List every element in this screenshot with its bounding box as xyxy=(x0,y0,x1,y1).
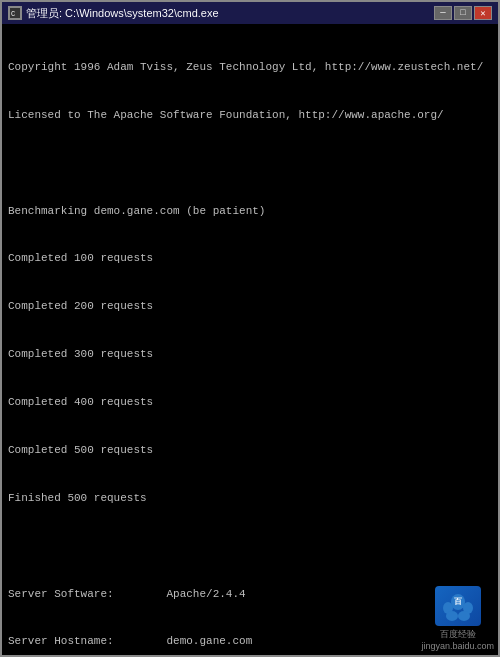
line-8: Completed 500 requests xyxy=(8,443,492,459)
minimize-button[interactable]: ─ xyxy=(434,6,452,20)
watermark: 百 百度经验 jingyan.baidu.com xyxy=(421,586,494,651)
line-blank-1 xyxy=(8,156,492,172)
svg-text:C: C xyxy=(11,10,15,18)
line-server-host: Server Hostname: demo.gane.com xyxy=(8,634,492,650)
line-1: Copyright 1996 Adam Tviss, Zeus Technolo… xyxy=(8,60,492,76)
maximize-button[interactable]: □ xyxy=(454,6,472,20)
line-server-sw: Server Software: Apache/2.4.4 xyxy=(8,587,492,603)
baidu-logo: 百 xyxy=(435,586,481,626)
terminal-output: Copyright 1996 Adam Tviss, Zeus Technolo… xyxy=(8,28,492,655)
line-7: Completed 400 requests xyxy=(8,395,492,411)
line-blank-2 xyxy=(8,539,492,555)
title-bar: C 管理员: C:\Windows\system32\cmd.exe ─ □ ✕ xyxy=(2,2,498,24)
svg-point-6 xyxy=(458,611,470,621)
window-controls: ─ □ ✕ xyxy=(434,6,492,20)
terminal-content[interactable]: Copyright 1996 Adam Tviss, Zeus Technolo… xyxy=(2,24,498,655)
line-3: Benchmarking demo.gane.com (be patient) xyxy=(8,204,492,220)
line-6: Completed 300 requests xyxy=(8,347,492,363)
line-2: Licensed to The Apache Software Foundati… xyxy=(8,108,492,124)
svg-text:百: 百 xyxy=(454,597,462,606)
svg-point-5 xyxy=(446,611,458,621)
line-4: Completed 100 requests xyxy=(8,251,492,267)
cmd-icon: C xyxy=(8,6,22,20)
cmd-window: C 管理员: C:\Windows\system32\cmd.exe ─ □ ✕… xyxy=(0,0,500,657)
watermark-url: jingyan.baidu.com xyxy=(421,641,494,651)
line-5: Completed 200 requests xyxy=(8,299,492,315)
window-title: 管理员: C:\Windows\system32\cmd.exe xyxy=(26,6,219,21)
line-9: Finished 500 requests xyxy=(8,491,492,507)
close-button[interactable]: ✕ xyxy=(474,6,492,20)
title-bar-left: C 管理员: C:\Windows\system32\cmd.exe xyxy=(8,6,219,21)
watermark-site: 百度经验 xyxy=(440,628,476,641)
